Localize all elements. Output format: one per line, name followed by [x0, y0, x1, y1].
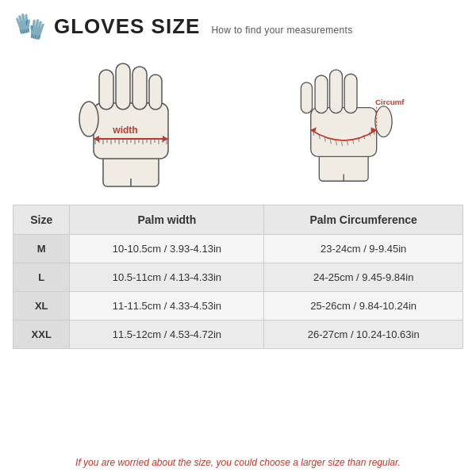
col-header-circ: Palm Circumference: [264, 205, 463, 235]
size-table: Size Palm width Palm Circumference M 10-…: [13, 205, 463, 349]
left-hand-diagram: width: [71, 56, 190, 190]
svg-rect-4: [116, 63, 130, 109]
svg-rect-35: [315, 75, 328, 113]
cell-circ: 24-25cm / 9.45-9.84in: [264, 263, 463, 292]
svg-rect-5: [132, 67, 147, 109]
page-subtitle: How to find your measurements: [211, 25, 352, 36]
cell-circ: 25-26cm / 9.84-10.24in: [264, 292, 463, 321]
svg-rect-37: [344, 74, 357, 113]
table-row: XXL 11.5-12cm / 4.53-4.72in 26-27cm / 10…: [13, 321, 463, 349]
cell-circ: 26-27cm / 10.24-10.63in: [264, 321, 463, 349]
svg-rect-32: [311, 108, 377, 157]
table-row: L 10.5-11cm / 4.13-4.33in 24-25cm / 9.45…: [13, 263, 463, 292]
cell-width: 10-10.5cm / 3.93-4.13in: [70, 235, 264, 263]
table-header-row: Size Palm width Palm Circumference: [13, 205, 463, 235]
size-table-wrapper: Size Palm width Palm Circumference M 10-…: [0, 198, 476, 451]
footer-note-text: If you are worried about the size, you c…: [75, 457, 401, 468]
header: 🧤 GLOVES SIZE How to find your measureme…: [0, 0, 476, 48]
svg-point-2: [79, 102, 98, 136]
cell-circ: 23-24cm / 9-9.45in: [264, 235, 463, 263]
svg-text:width: width: [112, 125, 137, 136]
table-row: XL 11-11.5cm / 4.33-4.53in 25-26cm / 9.8…: [13, 292, 463, 321]
right-hand-diagram: Circumference: [286, 56, 405, 190]
footer-note: If you are worried about the size, you c…: [0, 451, 476, 476]
right-hand-svg: Circumference: [286, 56, 405, 190]
svg-point-33: [375, 106, 392, 137]
cell-size: XL: [13, 292, 70, 321]
svg-rect-6: [149, 75, 162, 109]
page-container: 🧤 GLOVES SIZE How to find your measureme…: [0, 0, 476, 476]
svg-rect-34: [301, 83, 312, 113]
cell-size: L: [13, 263, 70, 292]
table-row: M 10-10.5cm / 3.93-4.13in 23-24cm / 9-9.…: [13, 235, 463, 263]
col-header-width: Palm width: [70, 205, 264, 235]
diagram-area: width: [0, 48, 476, 198]
cell-width: 11-11.5cm / 4.33-4.53in: [70, 292, 264, 321]
cell-width: 10.5-11cm / 4.13-4.33in: [70, 263, 264, 292]
col-header-size: Size: [13, 205, 70, 235]
gloves-icon: 🧤: [14, 11, 46, 41]
title-block: GLOVES SIZE How to find your measurement…: [54, 16, 352, 36]
svg-rect-3: [99, 70, 113, 109]
cell-size: M: [13, 235, 70, 263]
cell-size: XXL: [13, 321, 70, 349]
svg-text:Circumference: Circumference: [375, 98, 405, 106]
svg-rect-36: [330, 70, 343, 113]
left-hand-svg: width: [71, 56, 190, 190]
cell-width: 11.5-12cm / 4.53-4.72in: [70, 321, 264, 349]
page-title: GLOVES SIZE: [54, 16, 200, 36]
